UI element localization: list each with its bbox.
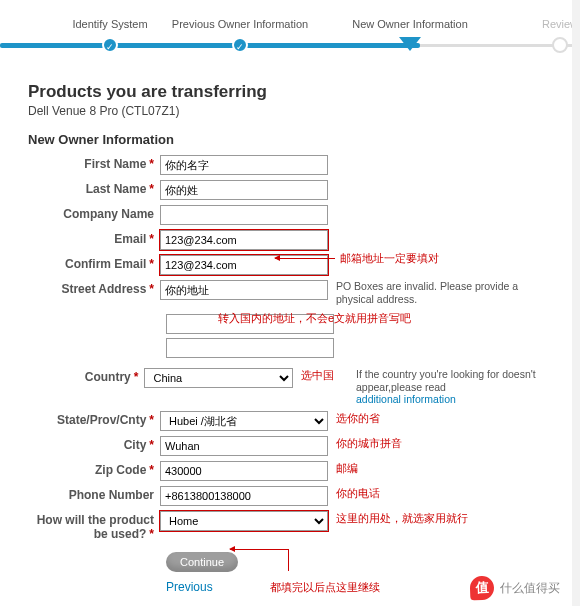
required-icon: * xyxy=(149,463,154,477)
label-company: Company Name xyxy=(63,207,154,221)
label-email: Email xyxy=(114,232,146,246)
required-icon: * xyxy=(149,438,154,452)
step-label: Review xyxy=(542,18,578,30)
country-select[interactable]: China xyxy=(144,368,293,388)
step-dot-icon xyxy=(552,37,568,53)
annotation-phone: 你的电话 xyxy=(328,486,380,501)
arrow-line xyxy=(288,549,289,571)
last-name-input[interactable] xyxy=(160,180,328,200)
step-previous-owner[interactable]: Previous Owner Information ✓ xyxy=(160,18,320,53)
required-icon: * xyxy=(149,182,154,196)
annotation-email: 邮箱地址一定要填对 xyxy=(340,251,439,266)
label-state: State/Prov/Cnty xyxy=(57,413,146,427)
annotation-country: 选中国 xyxy=(293,368,334,383)
step-label: New Owner Information xyxy=(352,18,468,30)
city-input[interactable] xyxy=(160,436,328,456)
section-heading: New Owner Information xyxy=(28,132,544,147)
country-hint: If the country you're looking for doesn'… xyxy=(356,368,536,393)
annotation-city: 你的城市拼音 xyxy=(328,436,402,451)
check-icon: ✓ xyxy=(102,37,118,53)
current-step-icon xyxy=(399,37,421,51)
street-input[interactable] xyxy=(160,280,328,300)
watermark-text: 什么值得买 xyxy=(500,580,560,597)
arrow-icon xyxy=(275,258,335,259)
previous-link[interactable]: Previous xyxy=(166,580,213,594)
first-name-input[interactable] xyxy=(160,155,328,175)
label-first-name: First Name xyxy=(84,157,146,171)
page-title: Products you are transferring xyxy=(28,82,544,102)
label-street: Street Address xyxy=(61,282,146,296)
arrow-icon xyxy=(230,549,288,550)
annotation-street: 转入国内的地址，不会e文就用拼音写吧 xyxy=(218,311,411,326)
label-zip: Zip Code xyxy=(95,463,146,477)
watermark: 值 什么值得买 xyxy=(470,576,560,600)
label-usage: How will the product be used? xyxy=(37,513,154,541)
email-input[interactable] xyxy=(160,230,328,250)
state-select[interactable]: Hubei /湖北省 xyxy=(160,411,328,431)
usage-select[interactable]: Home xyxy=(160,511,328,531)
additional-info-link[interactable]: additional information xyxy=(356,393,456,405)
required-icon: * xyxy=(149,413,154,427)
label-confirm-email: Confirm Email xyxy=(65,257,146,271)
step-new-owner[interactable]: New Owner Information xyxy=(330,18,490,51)
annotation-usage: 这里的用处，就选家用就行 xyxy=(328,511,468,526)
watermark-badge-icon: 值 xyxy=(470,576,495,601)
required-icon: * xyxy=(149,527,154,541)
required-icon: * xyxy=(134,370,139,384)
label-country: Country xyxy=(85,370,131,384)
phone-input[interactable] xyxy=(160,486,328,506)
required-icon: * xyxy=(149,232,154,246)
step-label: Identify System xyxy=(72,18,147,30)
annotation-zip: 邮编 xyxy=(328,461,358,476)
continue-button[interactable]: Continue xyxy=(166,552,238,572)
company-input[interactable] xyxy=(160,205,328,225)
required-icon: * xyxy=(149,282,154,296)
check-icon: ✓ xyxy=(232,37,248,53)
street-input-3[interactable] xyxy=(166,338,334,358)
product-name: Dell Venue 8 Pro (CTL07Z1) xyxy=(28,104,544,118)
step-review[interactable]: Review xyxy=(480,18,580,53)
required-icon: * xyxy=(149,257,154,271)
annotation-continue: 都填完以后点这里继续 xyxy=(216,581,380,593)
po-box-note: PO Boxes are invalid. Please provide a p… xyxy=(328,280,538,305)
annotation-state: 选你的省 xyxy=(328,411,380,426)
step-label: Previous Owner Information xyxy=(172,18,308,30)
label-last-name: Last Name xyxy=(86,182,147,196)
zip-input[interactable] xyxy=(160,461,328,481)
progress-steps: Identify System ✓ Previous Owner Informa… xyxy=(0,8,572,68)
label-phone: Phone Number xyxy=(69,488,154,502)
label-city: City xyxy=(124,438,147,452)
required-icon: * xyxy=(149,157,154,171)
